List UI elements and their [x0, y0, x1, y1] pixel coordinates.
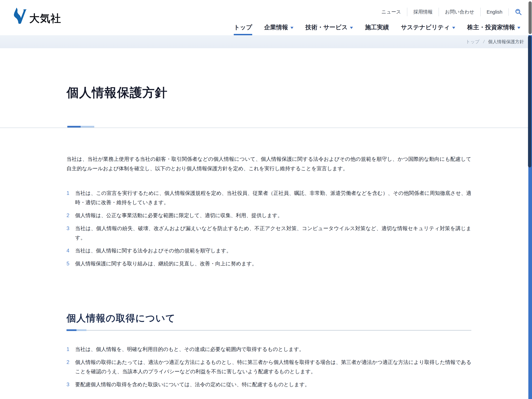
utility-nav-recruit[interactable]: 採用情報 — [407, 8, 439, 16]
policy-intro: 当社は、当社が業務上使用する当社の顧客・取引関係者などの個人情報について、個人情… — [66, 154, 471, 173]
divider-accent — [67, 126, 94, 127]
list-item-number: 4 — [66, 246, 75, 255]
main-content: 個人情報保護方針 当社は、当社が業務上使用する当社の顧客・取引関係者などの個人情… — [66, 86, 471, 389]
title-divider — [66, 126, 471, 128]
page-title: 個人情報保護方針 — [66, 86, 471, 99]
list-item-text: 個人情報保護に関する取り組みは、継続的に見直し、改善・向上に努めます。 — [75, 259, 471, 268]
section-divider-accent — [66, 329, 86, 331]
list-item-number: 2 — [66, 211, 75, 220]
nav-item-investors-label: 株主・投資家情報 — [467, 23, 515, 32]
nav-item-top[interactable]: トップ — [234, 19, 252, 35]
nav-item-corporate-label: 企業情報 — [264, 23, 288, 32]
list-item-text: 当社は、個人情報の紛失、破壊、改ざんおよび漏えいなどを防止するため、不正アクセス… — [75, 224, 471, 242]
utility-nav-english[interactable]: English — [481, 8, 509, 16]
site-header: 大気社 ニュース 採用情報 お問い合わせ English トップ 企業情報 — [0, 0, 532, 35]
utility-nav-contact-label: お問い合わせ — [445, 9, 474, 15]
utility-nav-recruit-label: 採用情報 — [413, 9, 433, 15]
scrollbar-thumb-navy[interactable] — [528, 36, 531, 167]
chevron-down-icon — [291, 27, 293, 29]
breadcrumb-current: 個人情報保護方針 — [488, 39, 524, 45]
list-item-text: 個人情報の取得にあたっては、適法かつ適正な方法によるものとし、特に第三者から個人… — [75, 358, 471, 376]
utility-nav-contact[interactable]: お問い合わせ — [439, 8, 481, 16]
search-button[interactable] — [509, 7, 522, 17]
breadcrumb-home-link[interactable]: トップ — [466, 39, 480, 45]
divider-accent-dark — [67, 126, 81, 127]
main-nav: トップ 企業情報 技術・サービス 施工実績 サステナビリティ 株主・投資家情報 — [222, 19, 520, 35]
list-item: 5 個人情報保護に関する取り組みは、継続的に見直し、改善・向上に努めます。 — [66, 259, 471, 268]
chevron-down-icon — [517, 27, 520, 29]
nav-item-projects[interactable]: 施工実績 — [365, 19, 389, 35]
list-item-text: 当社は、個人情報を、明確な利用目的のもと、その達成に必要な範囲内で取得するものと… — [75, 345, 471, 354]
section-heading-acquisition: 個人情報の取得について — [66, 313, 471, 323]
nav-item-corporate[interactable]: 企業情報 — [264, 19, 293, 35]
list-item: 4 当社は、個人情報に関する法令およびその他の規範を順守します。 — [66, 246, 471, 255]
chevron-down-icon — [452, 27, 455, 29]
taikisha-v-mark-icon — [13, 8, 27, 24]
list-item-number: 3 — [66, 380, 75, 389]
policy-list: 1 当社は、この宣言を実行するために、個人情報保護規程を定め、当社役員、従業者（… — [66, 189, 471, 268]
divider-accent-light — [81, 126, 94, 127]
list-item-number: 2 — [66, 358, 75, 376]
list-item-number: 5 — [66, 259, 75, 268]
utility-nav-news-label: ニュース — [381, 9, 401, 15]
utility-nav-news[interactable]: ニュース — [375, 8, 407, 16]
section-divider-accent-dark — [66, 329, 76, 331]
section-divider — [66, 329, 471, 331]
breadcrumb: トップ / 個人情報保護方針 — [0, 35, 532, 48]
breadcrumb-separator: / — [483, 39, 484, 44]
logo-text: 大気社 — [29, 13, 61, 24]
list-item-text: 当社は、個人情報に関する法令およびその他の規範を順守します。 — [75, 246, 471, 255]
list-item: 2 個人情報の取得にあたっては、適法かつ適正な方法によるものとし、特に第三者から… — [66, 358, 471, 376]
site-logo[interactable]: 大気社 — [13, 8, 61, 24]
list-item-number: 3 — [66, 224, 75, 242]
nav-item-top-label: トップ — [234, 23, 252, 32]
section-divider-accent-light — [76, 329, 86, 331]
utility-nav-english-label: English — [487, 9, 502, 15]
list-item-number: 1 — [66, 189, 75, 207]
nav-item-technology-label: 技術・サービス — [305, 23, 348, 32]
nav-item-sustainability[interactable]: サステナビリティ — [401, 19, 455, 35]
list-item: 3 当社は、個人情報の紛失、破壊、改ざんおよび漏えいなどを防止するため、不正アク… — [66, 224, 471, 242]
utility-nav: ニュース 採用情報 お問い合わせ English — [375, 7, 522, 17]
nav-item-technology[interactable]: 技術・サービス — [305, 19, 353, 35]
list-item: 1 当社は、個人情報を、明確な利用目的のもと、その達成に必要な範囲内で取得するも… — [66, 345, 471, 354]
acquisition-list: 1 当社は、個人情報を、明確な利用目的のもと、その達成に必要な範囲内で取得するも… — [66, 345, 471, 389]
list-item: 1 当社は、この宣言を実行するために、個人情報保護規程を定め、当社役員、従業者（… — [66, 189, 471, 207]
list-item: 3 要配慮個人情報の取得を含めた取扱いについては、法令の定めに従い、特に配慮する… — [66, 380, 471, 389]
divider-line — [0, 127, 532, 128]
nav-item-sustainability-label: サステナビリティ — [401, 23, 450, 32]
nav-item-projects-label: 施工実績 — [365, 23, 389, 32]
list-item-number: 1 — [66, 345, 75, 354]
search-icon — [515, 8, 522, 16]
list-item: 2 個人情報は、公正な事業活動に必要な範囲に限定して、適切に収集、利用、提供しま… — [66, 211, 471, 220]
section-divider-line — [66, 330, 471, 331]
list-item-text: 個人情報は、公正な事業活動に必要な範囲に限定して、適切に収集、利用、提供します。 — [75, 211, 471, 220]
scrollbar-thumb-gray[interactable] — [528, 1, 532, 34]
list-item-text: 要配慮個人情報の取得を含めた取扱いについては、法令の定めに従い、特に配慮するもの… — [75, 380, 471, 389]
chevron-down-icon — [350, 27, 353, 29]
list-item-text: 当社は、この宣言を実行するために、個人情報保護規程を定め、当社役員、従業者（正社… — [75, 189, 471, 207]
nav-item-investors[interactable]: 株主・投資家情報 — [467, 19, 520, 35]
